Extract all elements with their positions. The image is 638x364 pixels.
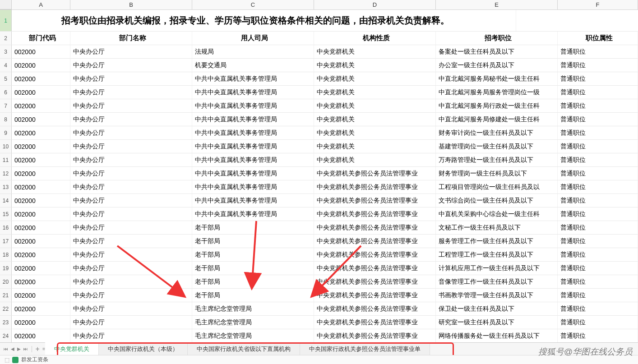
cell[interactable]: 中央党群机关参照公务员法管理事业 (314, 262, 436, 275)
cell[interactable]: 中央办公厅 (70, 72, 192, 85)
cell[interactable]: 普通职位 (558, 262, 638, 275)
header-dept-name[interactable]: 部门名称 (70, 32, 192, 45)
cell[interactable]: 普通职位 (558, 99, 638, 112)
cell[interactable]: 中央办公厅 (70, 289, 192, 302)
cell[interactable]: 普通职位 (558, 221, 638, 234)
cell[interactable]: 普通职位 (558, 289, 638, 302)
cell[interactable]: 中央办公厅 (70, 99, 192, 112)
cell[interactable]: 中直北戴河服务局修建处一级主任科 (436, 113, 558, 126)
cell[interactable]: 002000 (12, 113, 70, 126)
cell[interactable]: 002000 (12, 235, 70, 248)
cell[interactable]: 中直北戴河服务局行政处一级主任科 (436, 99, 558, 112)
cell[interactable]: 普通职位 (558, 194, 638, 207)
cell[interactable]: 老干部局 (192, 248, 314, 261)
row-header-1[interactable]: 1 (0, 10, 12, 31)
cell[interactable]: 中央党群机关参照公务员法管理事业 (314, 248, 436, 261)
cell[interactable]: 中直机关采购中心综合处一级主任科 (436, 207, 558, 221)
cell[interactable]: 中央党群机关 (314, 140, 436, 153)
row-header-10[interactable]: 10 (0, 140, 12, 153)
cell[interactable]: 普通职位 (558, 140, 638, 153)
sheet-tab[interactable]: 中央党群机关 (45, 342, 99, 355)
cell[interactable]: 中共中央直属机关事务管理局 (192, 72, 314, 85)
cell[interactable]: 中共中央直属机关事务管理局 (192, 140, 314, 153)
cell[interactable]: 财务管理岗一级主任科员及以下 (436, 167, 558, 180)
cell[interactable]: 中央党群机关 (314, 86, 436, 99)
cell[interactable]: 中央办公厅 (70, 167, 192, 180)
cell[interactable]: 中直北戴河服务局服务管理岗位一级 (436, 86, 558, 99)
cell[interactable]: 中央办公厅 (70, 45, 192, 58)
cell[interactable]: 中央办公厅 (70, 329, 192, 342)
row-header-2[interactable]: 2 (0, 32, 12, 45)
cell[interactable]: 中共中央直属机关事务管理局 (192, 153, 314, 166)
col-header-F[interactable]: F (558, 0, 638, 9)
cell[interactable]: 计算机应用工作一级主任科员及以下 (436, 262, 558, 275)
cell[interactable]: 中央办公厅 (70, 113, 192, 126)
cell[interactable]: 毛主席纪念堂管理局 (192, 329, 314, 342)
cell[interactable]: 中央办公厅 (70, 207, 192, 221)
cell[interactable]: 002000 (12, 194, 70, 207)
cell[interactable]: 中央办公厅 (70, 59, 192, 72)
cell[interactable]: 中央党群机关参照公务员法管理事业 (314, 221, 436, 234)
cell[interactable]: 老干部局 (192, 221, 314, 234)
cell[interactable]: 基建管理岗位一级主任科员及以下 (436, 140, 558, 153)
cell[interactable]: 002000 (12, 275, 70, 288)
row-header-5[interactable]: 5 (0, 72, 12, 85)
row-header-20[interactable]: 20 (0, 275, 12, 288)
header-bureau[interactable]: 用人司局 (192, 32, 314, 45)
cell[interactable]: 老干部局 (192, 262, 314, 275)
row-header-15[interactable]: 15 (0, 207, 12, 221)
cell[interactable]: 文秘工作一级主任科员及以下 (436, 221, 558, 234)
cell[interactable]: 002000 (12, 207, 70, 221)
cell[interactable]: 中央党群机关参照公务员法管理事业 (314, 207, 436, 221)
cell[interactable]: 002000 (12, 99, 70, 112)
header-position[interactable]: 招考职位 (436, 32, 558, 45)
header-attribute[interactable]: 职位属性 (558, 32, 638, 45)
cell[interactable]: 普通职位 (558, 86, 638, 99)
col-header-C[interactable]: C (192, 0, 314, 9)
cell[interactable]: 002000 (12, 167, 70, 180)
row-header-19[interactable]: 19 (0, 262, 12, 275)
col-header-E[interactable]: E (436, 0, 558, 9)
cell[interactable]: 中央党群机关 (314, 59, 436, 72)
cell[interactable]: 002000 (12, 248, 70, 261)
cell[interactable]: 002000 (12, 316, 70, 329)
row-header-7[interactable]: 7 (0, 99, 12, 112)
row-header-3[interactable]: 3 (0, 45, 12, 58)
cell[interactable]: 普通职位 (558, 167, 638, 180)
cell[interactable]: 老干部局 (192, 289, 314, 302)
sheet-title[interactable]: 招考职位由招录机关编报，招录专业、学历等与职位资格条件相关的问题，由招录机关负责… (12, 10, 516, 31)
cell[interactable]: 中共中央直属机关事务管理局 (192, 99, 314, 112)
cell[interactable]: 中央党群机关 (314, 99, 436, 112)
cell[interactable]: 中央办公厅 (70, 316, 192, 329)
cell[interactable]: 中共中央直属机关事务管理局 (192, 180, 314, 194)
tab-next-icon[interactable]: ▶ (17, 346, 21, 353)
col-header-B[interactable]: B (70, 0, 192, 9)
tab-last-icon[interactable]: ⏭ (23, 346, 28, 353)
cell[interactable]: 002000 (12, 72, 70, 85)
cell[interactable]: 普通职位 (558, 248, 638, 261)
tab-prev-icon[interactable]: ◀ (11, 346, 14, 353)
cell[interactable]: 中央党群机关参照公务员法管理事业 (314, 167, 436, 180)
cell[interactable]: 老干部局 (192, 275, 314, 288)
cell[interactable]: 研究室一级主任科员及以下 (436, 316, 558, 329)
cell[interactable]: 中央党群机关参照公务员法管理事业 (314, 329, 436, 342)
cell[interactable]: 中央办公厅 (70, 194, 192, 207)
cell[interactable]: 中央党群机关参照公务员法管理事业 (314, 289, 436, 302)
new-sheet-button[interactable]: + (35, 345, 40, 353)
cell[interactable]: 普通职位 (558, 275, 638, 288)
cell[interactable]: 网络传播服务处一级主任科员及以下 (436, 329, 558, 342)
cell[interactable]: 工程管理工作一级主任科员及以下 (436, 248, 558, 261)
row-header-11[interactable]: 11 (0, 153, 12, 166)
cell[interactable]: 002000 (12, 153, 70, 166)
cell[interactable]: 中央办公厅 (70, 275, 192, 288)
cell[interactable]: 毛主席纪念堂管理局 (192, 302, 314, 315)
cell[interactable]: 文书综合岗位一级主任科员及以下 (436, 194, 558, 207)
cell[interactable]: 办公室一级主任科员及以下 (436, 59, 558, 72)
cell[interactable]: 中共中央直属机关事务管理局 (192, 113, 314, 126)
cell[interactable]: 中央办公厅 (70, 126, 192, 139)
row-header-14[interactable]: 14 (0, 194, 12, 207)
cell[interactable]: 中央党群机关 (314, 126, 436, 139)
cell[interactable]: 中央办公厅 (70, 180, 192, 194)
cell[interactable]: 中央党群机关 (314, 113, 436, 126)
cell[interactable]: 普通职位 (558, 153, 638, 166)
